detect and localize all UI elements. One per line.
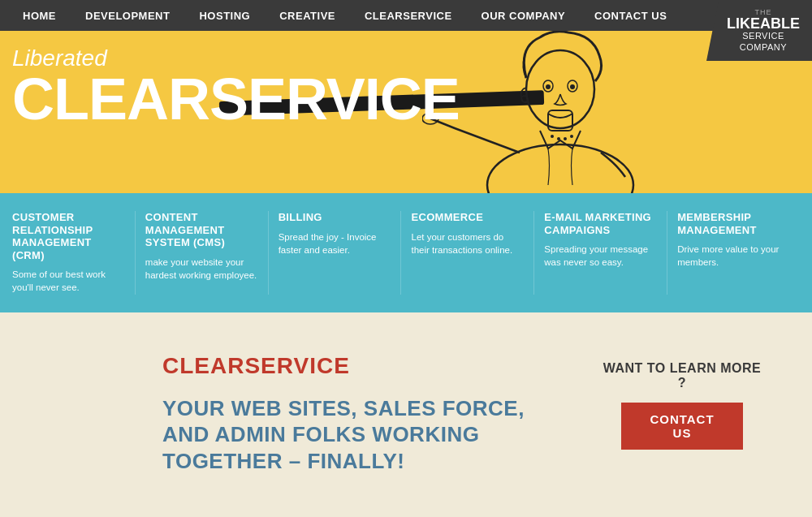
nav-creative[interactable]: CREATIVE (265, 10, 350, 22)
brand-likeable: LIKEABLE (727, 16, 800, 31)
hero-section: Liberated CLEARSERVICE (0, 31, 812, 193)
svg-point-10 (557, 137, 560, 140)
nav-our-company[interactable]: OUR COMPANY (467, 10, 580, 22)
svg-point-2 (526, 50, 594, 128)
feature-ecommerce-title: ECOMMERCE (411, 211, 524, 224)
svg-point-11 (564, 137, 567, 140)
feature-billing-title: BILLING (279, 211, 391, 224)
contact-us-button[interactable]: CONTACT US (621, 403, 743, 450)
svg-point-4 (546, 84, 551, 89)
main-right: WANT TO LEARN MORE ? CONTACT US (601, 353, 763, 450)
feature-billing: BILLING Spread the joy - Invoice faster … (279, 211, 402, 295)
feature-billing-desc: Spread the joy - Invoice faster and easi… (279, 230, 391, 256)
nav-contact-us[interactable]: CONTACT US (580, 10, 681, 22)
feature-email-desc: Spreading your message was never so easy… (544, 243, 657, 269)
main-nav: HOME DEVELOPMENT HOSTING CREATIVE CLEARS… (0, 0, 812, 31)
hero-clearservice: CLEARSERVICE (12, 71, 460, 127)
nav-home[interactable]: HOME (8, 10, 71, 22)
brand-corner: THE LIKEABLE SERVICECOMPANY (706, 0, 812, 61)
features-bar: CUSTOMER RELATIONSHIP MANAGEMENT (CRM) S… (0, 193, 812, 312)
nav-hosting[interactable]: HOSTING (184, 10, 265, 22)
main-tagline: YOUR WEB SITES, SALES FORCE, AND ADMIN F… (162, 395, 568, 475)
svg-point-12 (570, 135, 573, 138)
feature-membership: MEMBERSHIP MANAGEMENT Drive more value t… (677, 211, 800, 295)
main-content: CLEARSERVICE YOUR WEB SITES, SALES FORCE… (0, 312, 812, 515)
hero-person-illustration (422, 31, 698, 193)
feature-email: E-MAIL MARKETING CAMPAIGNS Spreading you… (544, 211, 667, 295)
want-to-learn-label: WANT TO LEARN MORE ? (601, 361, 763, 390)
feature-ecommerce: ECOMMERCE Let your customers do their tr… (411, 211, 534, 295)
feature-ecommerce-desc: Let your customers do their transactions… (411, 230, 524, 256)
nav-development[interactable]: DEVELOPMENT (71, 10, 184, 22)
brand-service-company: SERVICECOMPANY (740, 31, 787, 52)
svg-point-9 (551, 135, 554, 138)
svg-point-6 (570, 84, 575, 89)
feature-crm-desc: Some of our best work you'll never see. (12, 268, 125, 294)
main-clearservice-title: CLEARSERVICE (162, 353, 568, 379)
feature-crm: CUSTOMER RELATIONSHIP MANAGEMENT (CRM) S… (12, 211, 136, 295)
feature-membership-desc: Drive more value to your members. (677, 243, 790, 269)
feature-cms-title: CONTENT MANAGEMENT SYSTEM (CMS) (145, 211, 258, 249)
nav-clearservice[interactable]: CLEARSERVICE (350, 10, 467, 22)
feature-membership-title: MEMBERSHIP MANAGEMENT (677, 211, 790, 236)
feature-cms: CONTENT MANAGEMENT SYSTEM (CMS) make you… (145, 211, 269, 295)
main-left: CLEARSERVICE YOUR WEB SITES, SALES FORCE… (162, 353, 568, 475)
feature-cms-desc: make your website your hardest working e… (145, 256, 258, 282)
feature-email-title: E-MAIL MARKETING CAMPAIGNS (544, 211, 657, 236)
feature-crm-title: CUSTOMER RELATIONSHIP MANAGEMENT (CRM) (12, 211, 125, 261)
hero-text: Liberated CLEARSERVICE (12, 45, 460, 127)
svg-point-0 (487, 144, 633, 193)
